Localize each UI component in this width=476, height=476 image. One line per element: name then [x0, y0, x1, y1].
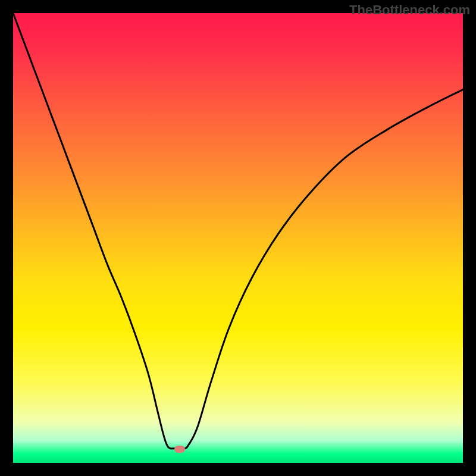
- chart-plot-area: [13, 13, 463, 463]
- chart-marker: [174, 446, 185, 453]
- bottleneck-curve-path: [13, 13, 463, 449]
- chart-curve-svg: [13, 13, 463, 463]
- watermark-text: TheBottleneck.com: [349, 2, 470, 18]
